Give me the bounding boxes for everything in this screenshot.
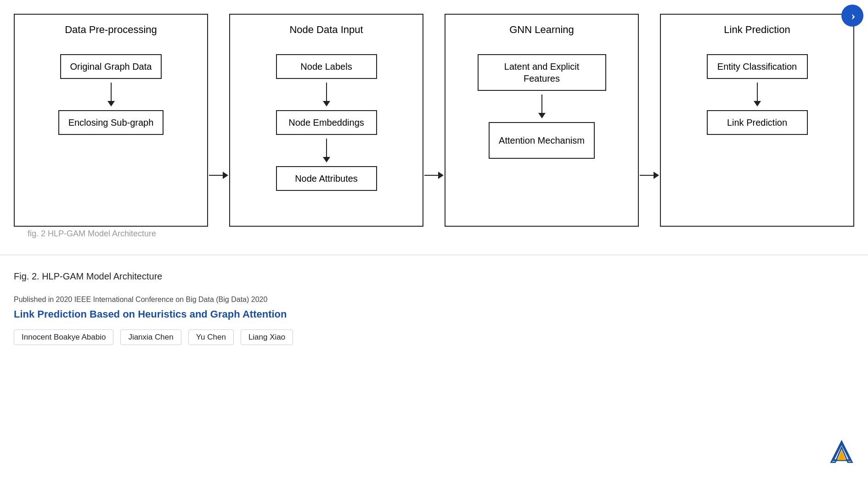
h-arrow-line [209,175,223,176]
divider [0,255,868,255]
col3-content: Latent and Explicit Features Attention M… [452,50,631,159]
author-1[interactable]: Innocent Boakye Ababio [14,329,113,345]
node-attributes-box: Node Attributes [276,166,377,191]
arrow-head [107,101,115,106]
col-gnn-learning: GNN Learning Latent and Explicit Feature… [445,14,639,227]
paper-title: Link Prediction Based on Heuristics and … [14,308,854,320]
col2-title: Node Data Input [289,24,363,36]
author-3[interactable]: Yu Chen [188,329,234,345]
arrow-col2-col3 [423,124,445,227]
col4-title: Link Prediction [724,24,790,36]
arrow-line [541,95,542,113]
arrow-col3 [538,95,546,118]
arrow-line [326,139,327,157]
diagram-section: Data Pre-processing Original Graph Data … [0,0,868,248]
authors-row: Innocent Boakye Ababio Jianxia Chen Yu C… [14,329,854,345]
arrow-line [326,83,327,101]
enclosing-subgraph-box: Enclosing Sub-graph [58,110,164,135]
col-node-data-input: Node Data Input Node Labels Node Embeddi… [229,14,423,227]
arrow-col4 [754,83,761,106]
col-data-preprocessing: Data Pre-processing Original Graph Data … [14,14,208,227]
col4-content: Entity Classification Link Prediction [668,50,846,135]
arrow-col2-1 [323,83,330,106]
caption-fade: fig. 2 HLP-GAM Model Architecture [14,227,854,239]
entity-classification-box: Entity Classification [707,54,808,79]
h-arrow-line [640,175,654,176]
h-arrow-line [424,175,438,176]
nav-button[interactable] [841,5,863,27]
arrow-head [538,113,546,118]
h-arrow-head [438,172,444,179]
diagram-row: Data Pre-processing Original Graph Data … [14,14,854,227]
attention-mechanism-box: Attention Mechanism [489,122,595,159]
node-embeddings-box: Node Embeddings [276,110,377,135]
h-arrow-head [223,172,228,179]
arrow-line [757,83,758,101]
col3-title: GNN Learning [509,24,574,36]
original-graph-data-box: Original Graph Data [60,54,162,79]
arrow-col2-2 [323,139,330,162]
col2-content: Node Labels Node Embeddings Node Attribu… [237,50,416,191]
arrow-line [111,83,112,101]
author-4[interactable]: Liang Xiao [241,329,293,345]
arrow-col1-down [107,83,115,106]
col1-content: Original Graph Data Enclosing Sub-graph [22,50,200,135]
semantic-scholar-logo[interactable] [829,439,854,466]
arrow-col3-col4 [639,124,660,227]
h-arrow-head [654,172,659,179]
col1-title: Data Pre-processing [65,24,157,36]
latent-explicit-box: Latent and Explicit Features [478,54,606,91]
arrow-head [323,157,330,162]
publication-venue: Published in 2020 IEEE International Con… [14,296,854,304]
arrow-col1-col2 [208,124,229,227]
link-prediction-node-box: Link Prediction [707,110,808,135]
arrow-head [323,101,330,106]
col-link-prediction: Link Prediction Entity Classification Li… [660,14,854,227]
bottom-section: Fig. 2. HLP-GAM Model Architecture Publi… [0,262,868,363]
fig-caption: Fig. 2. HLP-GAM Model Architecture [14,271,854,282]
arrow-head [754,101,761,106]
node-labels-box: Node Labels [276,54,377,79]
author-2[interactable]: Jianxia Chen [120,329,181,345]
